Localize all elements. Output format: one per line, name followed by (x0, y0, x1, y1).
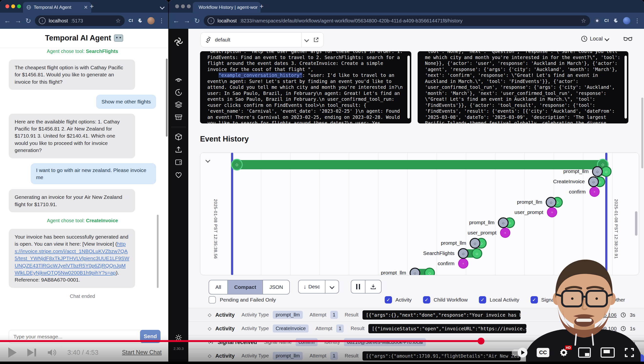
address-bar[interactable]: i localhost:5173 ☆ (35, 15, 125, 26)
temporal-logo-icon[interactable] (174, 38, 183, 46)
activity-scheduled-dot[interactable]: ◇ (458, 248, 468, 259)
signal-dot[interactable]: ≡ (589, 187, 600, 197)
theater-mode-button[interactable] (600, 348, 615, 358)
event-type-filter[interactable]: ✓ Child Workflow (423, 296, 468, 304)
feedback-heart-icon[interactable] (175, 171, 182, 178)
new-tab-button[interactable]: + (90, 3, 94, 10)
workflow-start-marker[interactable]: ◇ (231, 159, 243, 170)
tab-workflow-history[interactable]: Workflow History | agent-wor ✕ (193, 2, 260, 13)
timeline-collapse-chevron[interactable] (204, 157, 213, 166)
new-tab-button[interactable]: + (260, 3, 264, 10)
download-history-button[interactable] (366, 280, 381, 293)
reload-button[interactable]: ↻ (194, 17, 200, 25)
schedules-clock-icon[interactable] (175, 89, 182, 96)
event-type-filter[interactable]: ✓ Local Activity (479, 296, 519, 304)
event-type-checkbox[interactable]: ✓ (423, 296, 430, 304)
miniplayer-button[interactable] (578, 348, 591, 358)
activity-completed-dot[interactable]: ◇ (472, 248, 482, 259)
namespace-selector[interactable]: default (200, 32, 324, 47)
settings-button[interactable]: HD (559, 348, 568, 357)
reload-button[interactable]: ↻ (25, 17, 31, 25)
activity-scheduled-dot[interactable]: ◇ (470, 238, 480, 248)
event-type-filter[interactable]: ✓ Activity (385, 296, 412, 304)
bookmark-star-icon[interactable]: ☆ (116, 17, 121, 24)
archive-box-icon[interactable] (175, 114, 182, 121)
tab-search-chevron-icon[interactable] (160, 5, 164, 10)
view-all-button[interactable]: All (209, 280, 228, 294)
activity-scheduled-dot[interactable]: ◇ (546, 197, 556, 208)
invoice-reference: Reference: 9AB8A670-0001. (15, 277, 80, 282)
extensions-puzzle-icon[interactable] (613, 18, 619, 24)
volume-icon[interactable] (47, 348, 56, 357)
minimize-window-button[interactable] (11, 4, 15, 8)
captions-button[interactable]: CC (537, 348, 549, 357)
labs-glasses-icon[interactable] (623, 36, 633, 42)
zoom-window-button[interactable] (17, 4, 21, 8)
browser-menu-icon[interactable]: ⋮ (158, 17, 164, 24)
activity-scheduled-dot[interactable]: ◇ (588, 176, 599, 187)
back-button[interactable]: ← (4, 17, 11, 25)
signal-dot[interactable]: ≡ (458, 258, 468, 268)
forward-button[interactable]: → (15, 17, 22, 25)
code-scrollbar[interactable] (408, 56, 410, 118)
play-button[interactable] (8, 348, 16, 358)
deployments-cube-icon[interactable] (175, 133, 182, 140)
workflow-result-json-panel[interactable]: 'tool': None}, 'next': 'question', 'resp… (418, 51, 628, 124)
close-window-button[interactable] (175, 4, 179, 8)
autoplay-toggle[interactable] (512, 349, 527, 356)
pending-failed-filter[interactable]: Pending and Failed Only (208, 296, 276, 304)
start-new-chat-link[interactable]: Start New Chat (122, 349, 162, 356)
result-code: [{"invoiceStatus":"open","invoiceURL":"h… (368, 324, 526, 333)
timezone-selector[interactable]: Local (581, 36, 609, 42)
highlighted-key: "example_conversation_history" (218, 72, 302, 78)
stack-layers-icon[interactable] (175, 101, 182, 108)
chat-scrollbar[interactable] (157, 215, 158, 288)
extension-ci-icon[interactable]: CI (604, 18, 609, 23)
page-scrollbar[interactable] (166, 58, 168, 136)
open-external-icon[interactable] (313, 37, 319, 43)
sort-desc-button[interactable]: ↓Desc (298, 280, 326, 293)
labs-card-icon[interactable] (175, 158, 182, 166)
zoom-window-button[interactable] (187, 4, 191, 8)
pause-download-group (351, 280, 382, 294)
workflow-input-json-panel[interactable]: "description": "Help the user gather arg… (200, 51, 411, 124)
url-path: :8233/namespaces/default/workflows/agent… (240, 18, 462, 24)
address-bar[interactable]: i localhost:8233/namespaces/default/work… (204, 15, 590, 26)
event-type-checkbox[interactable]: ✓ (385, 296, 392, 304)
close-window-button[interactable] (5, 4, 9, 8)
import-upload-icon[interactable] (175, 146, 182, 153)
extension-ci-icon[interactable]: CI (128, 18, 133, 23)
timeline-scrollbar[interactable] (635, 211, 638, 236)
close-tab-icon[interactable]: ✕ (84, 4, 88, 10)
timeline-event-label: user_prompt (514, 209, 543, 215)
browser-menu-icon[interactable]: ⋮ (634, 17, 640, 24)
forward-button[interactable]: → (184, 17, 190, 25)
pause-button[interactable] (351, 280, 366, 293)
view-compact-button[interactable]: Compact (228, 280, 263, 294)
view-json-button[interactable]: JSON (263, 280, 289, 294)
bookmark-star-icon[interactable]: ☆ (581, 17, 586, 24)
sort-chevron-button[interactable] (326, 280, 338, 293)
site-info-icon[interactable]: i (39, 17, 46, 24)
page-scrollbar[interactable] (641, 98, 643, 168)
profile-avatar[interactable] (623, 17, 630, 24)
profile-avatar[interactable] (147, 17, 155, 24)
minimize-window-button[interactable] (181, 4, 185, 8)
next-button[interactable] (27, 349, 36, 356)
extension-shield-icon[interactable] (594, 18, 600, 24)
code-scrollbar[interactable] (624, 56, 627, 118)
result-label: Result (345, 312, 358, 318)
extensions-puzzle-icon[interactable] (137, 18, 144, 24)
signal-dot[interactable]: ≡ (547, 207, 557, 218)
activity-scheduled-dot[interactable]: ◇ (592, 166, 603, 177)
activity-scheduled-dot[interactable]: ◇ (498, 218, 508, 228)
pending-failed-checkbox[interactable] (208, 296, 216, 304)
site-info-icon[interactable]: i (208, 17, 214, 24)
fullscreen-button[interactable] (624, 348, 634, 358)
workflows-eye-icon[interactable] (175, 76, 182, 84)
tab-temporal-ai-agent[interactable]: Temporal AI Agent ✕ (23, 2, 91, 13)
signal-dot[interactable]: ≡ (500, 228, 510, 238)
timeline-start-line (231, 153, 233, 275)
back-button[interactable]: ← (173, 17, 180, 25)
event-type-checkbox[interactable]: ✓ (479, 296, 486, 304)
